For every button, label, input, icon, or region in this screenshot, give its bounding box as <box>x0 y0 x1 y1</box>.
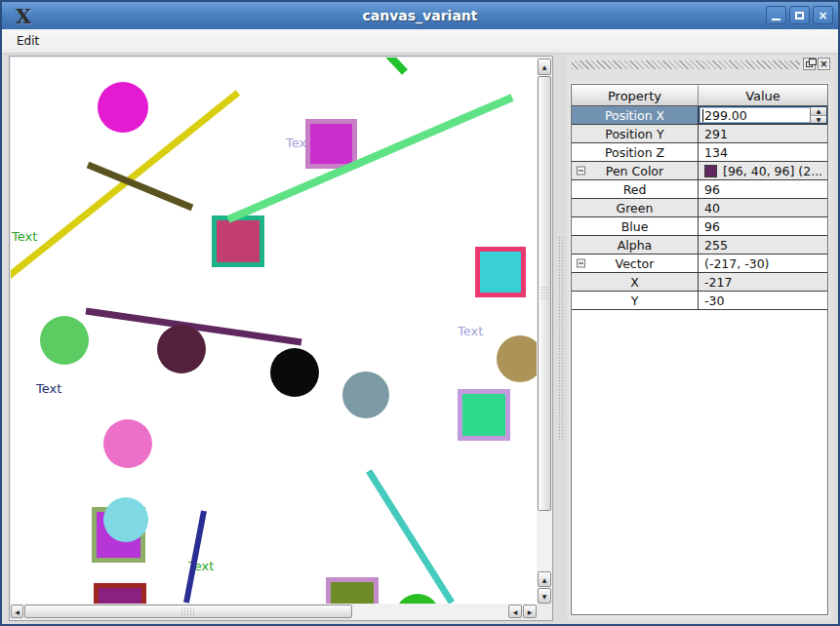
property-value-cell[interactable]: 291 <box>699 125 827 142</box>
property-label: X <box>630 275 639 290</box>
property-value-cell[interactable]: 134 <box>699 143 827 161</box>
property-name-cell[interactable]: Position Z <box>572 143 699 161</box>
canvas-circle-item[interactable] <box>103 497 148 542</box>
canvas-square-item[interactable] <box>308 122 355 167</box>
property-row-position-x[interactable]: Position X299.00▲▼ <box>572 106 827 125</box>
canvas-circle-item[interactable] <box>270 348 319 397</box>
float-icon <box>806 61 813 67</box>
property-row-red[interactable]: Red96 <box>572 180 827 199</box>
scroll-up-button[interactable]: ▲ <box>538 59 551 75</box>
property-name-cell[interactable]: Position Y <box>572 125 699 142</box>
dock-close-button[interactable]: × <box>818 58 830 70</box>
canvas-text-item[interactable]: Text <box>35 381 61 396</box>
canvas-line-item[interactable] <box>388 58 405 72</box>
spin-up-button[interactable]: ▲ <box>811 107 826 116</box>
hscroll-thumb[interactable] <box>24 605 352 618</box>
horizontal-scrollbar[interactable]: ◀ ◀ ▶ <box>11 604 538 619</box>
property-name-cell[interactable]: Vector <box>572 254 699 272</box>
property-value-cell[interactable]: 255 <box>699 236 827 254</box>
position-x-spinbox[interactable]: 299.00▲▼ <box>699 106 827 124</box>
canvas-square-item[interactable] <box>97 586 144 606</box>
canvas-circle-item[interactable] <box>342 372 389 418</box>
maximize-button[interactable] <box>789 6 810 24</box>
property-value-cell[interactable]: -30 <box>699 292 827 309</box>
property-name-cell[interactable]: Y <box>572 292 699 309</box>
splitter-grip-icon <box>558 236 564 441</box>
property-row-green[interactable]: Green40 <box>572 199 827 217</box>
scroll-up-button-bottom[interactable]: ▲ <box>538 571 551 587</box>
property-name-cell[interactable]: Blue <box>572 217 699 235</box>
canvas-circle-item[interactable] <box>98 82 148 133</box>
dock-float-button[interactable] <box>803 58 816 70</box>
vscroll-thumb[interactable] <box>538 76 551 511</box>
property-value: 255 <box>704 238 728 253</box>
property-name-cell[interactable]: Red <box>572 180 699 198</box>
canvas-text-item[interactable]: Text <box>457 324 483 338</box>
collapse-expander-icon[interactable] <box>577 167 585 176</box>
canvas-text-item[interactable]: Text <box>11 229 37 244</box>
property-row-pen-color[interactable]: Pen Color[96, 40, 96] (2... <box>572 162 827 180</box>
table-header: Property Value <box>572 85 827 106</box>
window-title: canvas_variant <box>2 8 838 23</box>
canvas-circle-item[interactable] <box>497 335 538 382</box>
property-value-cell[interactable]: 96 <box>699 180 827 198</box>
arrow-left-icon: ◀ <box>15 608 20 615</box>
app-window: X canvas_variant × Edit TextTextTextText… <box>0 0 840 626</box>
close-button[interactable]: × <box>813 6 833 24</box>
dock-titlebar[interactable]: × <box>570 58 831 71</box>
canvas-square-item[interactable] <box>215 218 262 265</box>
menu-edit[interactable]: Edit <box>10 32 46 50</box>
property-label: Position X <box>605 108 664 123</box>
property-value-cell[interactable]: [96, 40, 96] (2... <box>699 162 827 179</box>
property-name-cell[interactable]: X <box>572 273 699 291</box>
canvas-square-item[interactable] <box>329 580 377 606</box>
property-row-vector[interactable]: Vector(-217, -30) <box>572 254 827 273</box>
property-row-blue[interactable]: Blue96 <box>572 217 827 236</box>
property-row-position-y[interactable]: Position Y291 <box>572 125 827 143</box>
canvas-line-item[interactable] <box>186 511 204 603</box>
collapse-expander-icon[interactable] <box>577 259 585 268</box>
property-name-cell[interactable]: Alpha <box>572 236 699 254</box>
property-name-cell[interactable]: Pen Color <box>572 162 699 179</box>
canvas-circle-item[interactable] <box>157 325 206 373</box>
property-label: Alpha <box>618 238 653 253</box>
property-row-alpha[interactable]: Alpha255 <box>572 236 827 254</box>
canvas-line-item[interactable] <box>369 471 452 603</box>
column-header-value[interactable]: Value <box>699 85 827 105</box>
thumb-grip-icon <box>540 286 549 301</box>
spin-down-button[interactable]: ▼ <box>811 116 826 124</box>
property-value: -30 <box>704 293 724 308</box>
property-name-cell[interactable]: Position X <box>572 106 699 124</box>
property-row-position-z[interactable]: Position Z134 <box>572 143 827 162</box>
property-value-cell[interactable]: (-217, -30) <box>699 254 827 272</box>
property-value-cell[interactable]: 299.00▲▼ <box>699 106 827 124</box>
property-value: 40 <box>704 201 720 215</box>
property-value-cell[interactable]: 96 <box>699 217 827 235</box>
property-row-y[interactable]: Y-30 <box>572 292 827 310</box>
canvas-circle-item[interactable] <box>40 316 89 365</box>
vertical-scrollbar[interactable]: ▲ ▲ ▼ <box>537 58 552 606</box>
arrow-up-icon: ▲ <box>542 63 547 70</box>
minimize-button[interactable] <box>766 6 786 24</box>
property-value: (-217, -30) <box>704 256 770 271</box>
property-value: 134 <box>704 145 728 160</box>
canvas-line-item[interactable] <box>228 98 512 219</box>
drawing-canvas[interactable]: TextTextTextTextText <box>11 58 538 606</box>
canvas-circle-item[interactable] <box>103 419 152 468</box>
property-value-cell[interactable]: -217 <box>699 273 827 291</box>
column-header-property[interactable]: Property <box>572 85 699 105</box>
scroll-left-button[interactable]: ◀ <box>11 605 23 618</box>
property-value-cell[interactable]: 40 <box>699 199 827 216</box>
property-value: 96 <box>704 219 720 234</box>
titlebar[interactable]: X canvas_variant × <box>2 2 838 29</box>
property-row-x[interactable]: X-217 <box>572 273 827 292</box>
splitter-handle[interactable] <box>554 56 567 621</box>
property-name-cell[interactable]: Green <box>572 199 699 216</box>
canvas-square-item[interactable] <box>460 392 508 439</box>
scroll-left-button-right[interactable]: ◀ <box>508 605 522 618</box>
scroll-down-button[interactable]: ▼ <box>538 588 551 604</box>
scroll-right-button[interactable]: ▶ <box>523 605 537 618</box>
maximize-icon <box>795 12 804 20</box>
canvas-square-item[interactable] <box>478 250 524 295</box>
arrow-up-icon: ▲ <box>542 576 547 583</box>
